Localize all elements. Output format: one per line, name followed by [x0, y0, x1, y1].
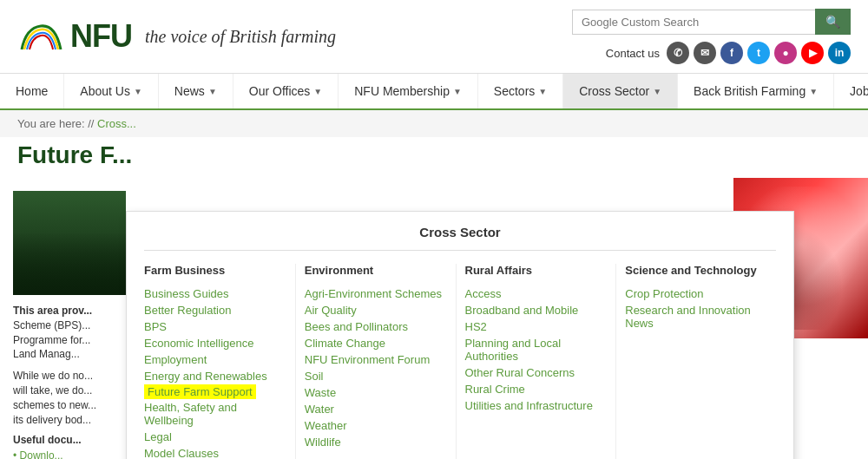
link-air-quality[interactable]: Air Quality: [305, 302, 447, 318]
breadcrumb-separator: //: [88, 117, 97, 130]
twitter-icon[interactable]: t: [747, 42, 770, 64]
content-intro: This area prov... Scheme (BPS)... Progra…: [13, 304, 122, 362]
nav-news[interactable]: News ▼: [159, 74, 233, 108]
nav-back-british-farming-arrow: ▼: [809, 87, 818, 96]
content-body: While we do no...will take, we do...sche…: [13, 369, 122, 427]
nav-nfu-membership-arrow: ▼: [453, 87, 462, 96]
email-icon[interactable]: ✉: [694, 42, 716, 64]
main-nav: Home About Us ▼ News ▼ Our Offices ▼ NFU…: [0, 74, 868, 110]
nav-nfu-membership-label: NFU Membership: [354, 84, 450, 98]
nav-news-arrow: ▼: [208, 87, 217, 96]
link-research-innovation-news[interactable]: Research and Innovation News: [625, 302, 767, 331]
nav-nfu-membership[interactable]: NFU Membership ▼: [339, 74, 478, 108]
page-title: Future F...: [17, 141, 132, 168]
mega-col-rural-affairs: Rural Affairs Access Broadband and Mobil…: [457, 264, 617, 459]
contact-icons: ✆ ✉ f t ● ▶ in: [667, 42, 851, 64]
nav-home[interactable]: Home: [0, 74, 64, 108]
breadcrumb-current[interactable]: Cross...: [97, 117, 136, 130]
mega-col-science-technology: Science and Technology Crop Protection R…: [616, 264, 776, 459]
breadcrumb: You are here: // Cross...: [0, 110, 868, 137]
link-wildlife[interactable]: Wildlife: [305, 434, 447, 450]
logo-area: NFU the voice of British farming: [17, 18, 336, 55]
link-weather[interactable]: Weather: [305, 417, 447, 434]
link-planning-local-authorities[interactable]: Planning and Local Authorities: [465, 335, 608, 364]
nav-sectors[interactable]: Sectors ▼: [478, 74, 563, 108]
nav-cross-sector-label: Cross Sector: [579, 84, 649, 98]
contact-label: Contact us: [606, 47, 660, 60]
logo-text: NFU: [70, 18, 132, 55]
link-broadband-mobile[interactable]: Broadband and Mobile: [465, 302, 608, 318]
mega-col-environment: Environment Agri-Environment Schemes Air…: [296, 264, 457, 459]
content-links: • Downlo... • Read ou...: [13, 449, 122, 459]
nav-news-label: News: [174, 84, 205, 98]
link-access[interactable]: Access: [465, 285, 608, 302]
nav-sectors-label: Sectors: [494, 84, 535, 98]
nav-sectors-arrow: ▼: [538, 87, 547, 96]
youtube-icon[interactable]: ▶: [801, 42, 824, 64]
link-energy-renewables[interactable]: Energy and Renewables: [144, 368, 286, 384]
facebook-icon[interactable]: f: [720, 42, 743, 64]
instagram-icon[interactable]: ●: [774, 42, 797, 64]
mega-menu: Cross Sector Farm Business Business Guid…: [126, 211, 794, 459]
nfu-logo[interactable]: NFU: [17, 18, 132, 55]
link-utilities-infrastructure[interactable]: Utilities and Infrastructure: [465, 397, 608, 414]
mega-menu-title: Cross Sector: [144, 225, 776, 251]
link-hs2[interactable]: HS2: [465, 318, 608, 335]
nav-our-offices-label: Our Offices: [249, 84, 311, 98]
logo-tagline: the voice of British farming: [145, 27, 336, 47]
phone-icon[interactable]: ✆: [667, 42, 689, 64]
link-soil[interactable]: Soil: [305, 368, 447, 384]
link-other-rural-concerns[interactable]: Other Rural Concerns: [465, 364, 608, 381]
breadcrumb-prefix: You are here:: [17, 117, 85, 130]
download-link[interactable]: • Downlo...: [13, 449, 122, 459]
link-health-safety-wellbeing[interactable]: Health, Safety and Wellbeing: [144, 399, 286, 429]
link-economic-intelligence[interactable]: Economic Intelligence: [144, 335, 286, 351]
link-climate-change[interactable]: Climate Change: [305, 335, 447, 351]
link-rural-crime[interactable]: Rural Crime: [465, 381, 608, 397]
nav-about-us[interactable]: About Us ▼: [64, 74, 159, 108]
nav-jobs[interactable]: Jobs: [834, 74, 868, 108]
link-nfu-environment-forum[interactable]: NFU Environment Forum: [305, 351, 447, 368]
top-header: NFU the voice of British farming 🔍 Conta…: [0, 0, 868, 74]
nav-jobs-label: Jobs: [850, 84, 868, 98]
nav-back-british-farming-label: Back British Farming: [694, 84, 806, 98]
nav-our-offices[interactable]: Our Offices ▼: [233, 74, 339, 108]
farm-business-title: Farm Business: [144, 264, 286, 277]
link-legal[interactable]: Legal: [144, 429, 286, 445]
link-water[interactable]: Water: [305, 401, 447, 417]
link-future-farm-support[interactable]: Future Farm Support: [144, 384, 256, 399]
nav-about-us-label: About Us: [80, 84, 130, 98]
nav-cross-sector-arrow: ▼: [653, 87, 661, 96]
environment-title: Environment: [305, 264, 447, 277]
nav-home-label: Home: [16, 84, 48, 98]
link-bps[interactable]: BPS: [144, 318, 286, 335]
header-right: 🔍 Contact us ✆ ✉ f t ● ▶ in: [572, 9, 851, 64]
link-model-clauses[interactable]: Model Clauses: [144, 445, 286, 459]
link-employment[interactable]: Employment: [144, 351, 286, 368]
nav-our-offices-arrow: ▼: [313, 87, 322, 96]
search-input[interactable]: [572, 10, 815, 35]
link-agri-environment-schemes[interactable]: Agri-Environment Schemes: [305, 285, 447, 302]
link-crop-protection[interactable]: Crop Protection: [625, 285, 767, 302]
linkedin-icon[interactable]: in: [828, 42, 851, 64]
science-technology-title: Science and Technology: [625, 264, 767, 277]
link-waste[interactable]: Waste: [305, 384, 447, 401]
mega-col-farm-business: Farm Business Business Guides Better Reg…: [144, 264, 296, 459]
nav-about-us-arrow: ▼: [134, 87, 142, 96]
search-button[interactable]: 🔍: [815, 9, 851, 35]
nav-cross-sector[interactable]: Cross Sector ▼: [563, 74, 678, 108]
search-bar[interactable]: 🔍: [572, 9, 851, 35]
link-business-guides[interactable]: Business Guides: [144, 285, 286, 302]
link-bees-pollinators[interactable]: Bees and Pollinators: [305, 318, 447, 335]
nav-back-british-farming[interactable]: Back British Farming ▼: [678, 74, 834, 108]
useful-docs-label: Useful docu...: [13, 434, 122, 446]
mega-menu-columns: Farm Business Business Guides Better Reg…: [144, 264, 776, 459]
contact-row: Contact us ✆ ✉ f t ● ▶ in: [606, 42, 851, 64]
link-better-regulation[interactable]: Better Regulation: [144, 302, 286, 318]
rural-affairs-title: Rural Affairs: [465, 264, 608, 277]
